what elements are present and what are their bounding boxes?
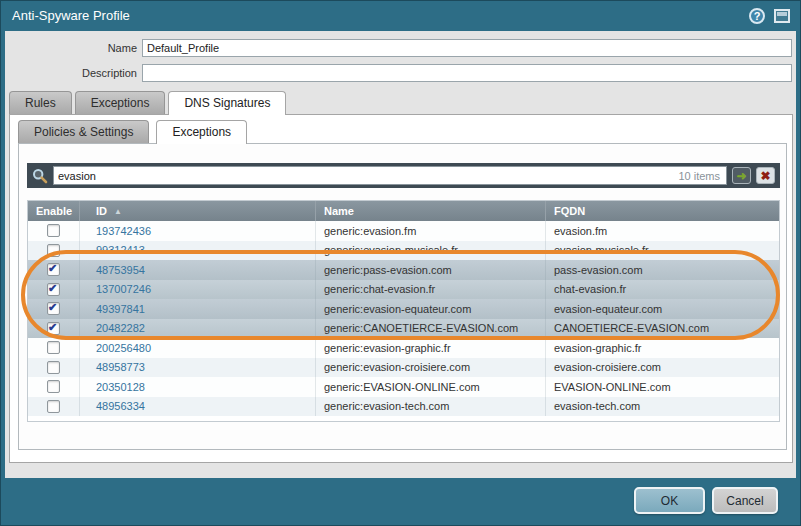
table-row[interactable]: 137007246 generic:chat-evasion.fr chat-e… xyxy=(28,280,779,300)
enable-checkbox[interactable] xyxy=(47,224,60,237)
cell-fqdn: CANOETIERCE-EVASION.com xyxy=(546,319,779,339)
cell-id[interactable]: 48958773 xyxy=(80,358,316,378)
help-icon[interactable]: ? xyxy=(749,8,765,24)
enable-checkbox[interactable] xyxy=(47,283,60,296)
enable-checkbox[interactable] xyxy=(47,302,60,315)
subtab-exceptions[interactable]: Exceptions xyxy=(156,120,247,144)
dns-exceptions-table: Enable ID ▲ Name FQDN 193742436 generic:… xyxy=(27,200,780,422)
cell-name: generic:pass-evasion.com xyxy=(316,260,546,280)
search-input[interactable] xyxy=(54,168,678,183)
cell-fqdn: pass-evasion.com xyxy=(546,260,779,280)
enable-checkbox[interactable] xyxy=(47,341,60,354)
enable-cell xyxy=(28,280,80,300)
cell-name: generic:evasion.fm xyxy=(316,221,546,241)
anti-spyware-profile-dialog: Anti-Spyware Profile ? Name Description … xyxy=(0,0,801,526)
sort-ascending-icon: ▲ xyxy=(114,207,122,216)
name-label: Name xyxy=(7,42,137,54)
cell-id[interactable]: 20482282 xyxy=(80,319,316,339)
cell-fqdn: evasion-graphic.fr xyxy=(546,338,779,358)
enable-cell xyxy=(28,397,80,417)
items-count: 10 items xyxy=(678,170,726,182)
cell-fqdn: chat-evasion.fr xyxy=(546,280,779,300)
cell-fqdn: EVASION-ONLINE.com xyxy=(546,377,779,397)
cell-id[interactable]: 193742436 xyxy=(80,221,316,241)
column-header-name[interactable]: Name xyxy=(316,201,546,221)
dns-signatures-panel: Policies & Settings Exceptions 10 items … xyxy=(9,114,793,463)
dialog-title: Anti-Spyware Profile xyxy=(12,1,130,31)
cell-name: generic:evasion-croisiere.com xyxy=(316,358,546,378)
cell-name: generic:chat-evasion.fr xyxy=(316,280,546,300)
name-field[interactable] xyxy=(142,39,792,57)
column-header-id[interactable]: ID ▲ xyxy=(80,201,316,221)
enable-checkbox[interactable] xyxy=(47,263,60,276)
cell-id[interactable]: 20350128 xyxy=(80,377,316,397)
tab-rules[interactable]: Rules xyxy=(9,91,72,114)
subtab-policies-settings[interactable]: Policies & Settings xyxy=(18,120,149,143)
enable-checkbox[interactable] xyxy=(47,380,60,393)
table-row[interactable]: 200256480 generic:evasion-graphic.fr eva… xyxy=(28,338,779,358)
dialog-titlebar: Anti-Spyware Profile ? xyxy=(1,1,800,31)
cell-name: generic:evasion-tech.com xyxy=(316,397,546,417)
sub-tabs: Policies & Settings Exceptions xyxy=(18,120,247,143)
table-body: 193742436 generic:evasion.fm evasion.fm … xyxy=(28,221,779,416)
cell-fqdn: evasion-croisiere.com xyxy=(546,358,779,378)
enable-cell xyxy=(28,319,80,339)
column-header-fqdn[interactable]: FQDN xyxy=(546,201,779,221)
table-header: Enable ID ▲ Name FQDN xyxy=(28,201,779,221)
enable-cell xyxy=(28,299,80,319)
cell-id[interactable]: 200256480 xyxy=(80,338,316,358)
enable-checkbox[interactable] xyxy=(47,244,60,257)
cell-id[interactable]: 99312413 xyxy=(80,241,316,261)
description-field[interactable] xyxy=(142,64,792,82)
cell-fqdn: evasion.fm xyxy=(546,221,779,241)
search-icon xyxy=(32,168,48,184)
enable-cell xyxy=(28,241,80,261)
cell-name: generic:evasion-equateur.com xyxy=(316,299,546,319)
table-row[interactable]: 49397841 generic:evasion-equateur.com ev… xyxy=(28,299,779,319)
cell-id[interactable]: 49397841 xyxy=(80,299,316,319)
table-row[interactable]: 48958773 generic:evasion-croisiere.com e… xyxy=(28,358,779,378)
search-field-wrap: 10 items xyxy=(53,166,727,185)
enable-cell xyxy=(28,377,80,397)
cell-id[interactable]: 48956334 xyxy=(80,397,316,417)
table-row[interactable]: 20482282 generic:CANOETIERCE-EVASION.com… xyxy=(28,319,779,339)
enable-cell xyxy=(28,358,80,378)
apply-filter-button[interactable]: ➜ xyxy=(732,167,751,184)
enable-cell xyxy=(28,221,80,241)
table-row[interactable]: 99312413 generic:evasion-musicale.fr eva… xyxy=(28,241,779,261)
tab-exceptions[interactable]: Exceptions xyxy=(75,91,166,114)
enable-checkbox[interactable] xyxy=(47,322,60,335)
cell-name: generic:evasion-musicale.fr xyxy=(316,241,546,261)
tab-dns-signatures[interactable]: DNS Signatures xyxy=(168,91,286,115)
cell-name: generic:evasion-graphic.fr xyxy=(316,338,546,358)
cell-name: generic:CANOETIERCE-EVASION.com xyxy=(316,319,546,339)
cell-id[interactable]: 137007246 xyxy=(80,280,316,300)
clear-filter-button[interactable]: ✖ xyxy=(756,167,775,184)
dialog-body: Name Description Rules Exceptions DNS Si… xyxy=(5,31,796,478)
exceptions-subpanel: 10 items ➜ ✖ Enable ID ▲ Name FQDN xyxy=(18,143,787,450)
enable-checkbox[interactable] xyxy=(47,361,60,374)
enable-checkbox[interactable] xyxy=(47,400,60,413)
table-row[interactable]: 48753954 generic:pass-evasion.com pass-e… xyxy=(28,260,779,280)
cell-id[interactable]: 48753954 xyxy=(80,260,316,280)
ok-button[interactable]: OK xyxy=(634,487,705,514)
cell-fqdn: evasion-tech.com xyxy=(546,397,779,417)
search-toolbar: 10 items ➜ ✖ xyxy=(27,163,780,188)
cell-fqdn: evasion-musicale.fr xyxy=(546,241,779,261)
cancel-button[interactable]: Cancel xyxy=(712,487,778,514)
enable-cell xyxy=(28,260,80,280)
main-tabs: Rules Exceptions DNS Signatures xyxy=(9,91,286,115)
table-row[interactable]: 20350128 generic:EVASION-ONLINE.com EVAS… xyxy=(28,377,779,397)
maximize-icon[interactable] xyxy=(774,9,790,23)
cell-name: generic:EVASION-ONLINE.com xyxy=(316,377,546,397)
table-row[interactable]: 48956334 generic:evasion-tech.com evasio… xyxy=(28,397,779,417)
column-header-enable[interactable]: Enable xyxy=(28,201,80,221)
table-row[interactable]: 193742436 generic:evasion.fm evasion.fm xyxy=(28,221,779,241)
enable-cell xyxy=(28,338,80,358)
description-label: Description xyxy=(7,67,137,79)
cell-fqdn: evasion-equateur.com xyxy=(546,299,779,319)
